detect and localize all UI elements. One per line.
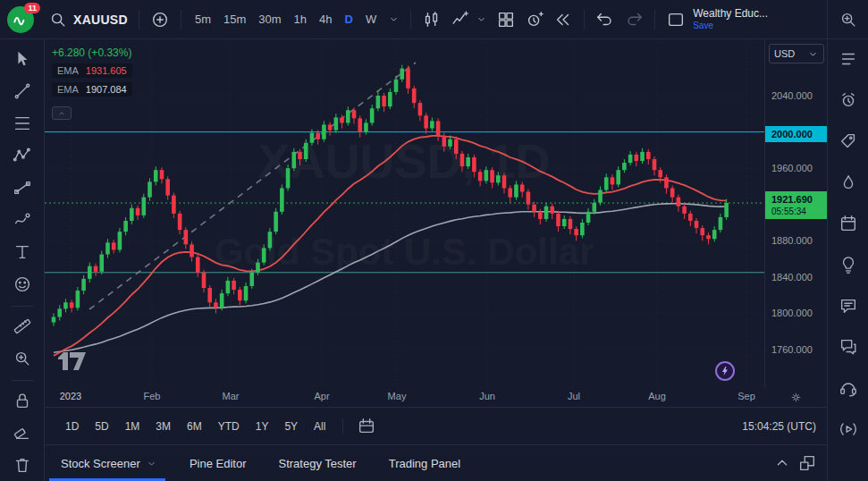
tool-forecast-button[interactable] bbox=[7, 173, 38, 204]
tool-text-button[interactable] bbox=[7, 238, 38, 268]
tool-cursor-button[interactable] bbox=[7, 45, 38, 75]
price-label-2000.000: 2000.000 bbox=[765, 126, 828, 142]
tool-fib-retracement-button[interactable] bbox=[7, 109, 38, 139]
sidebar-calendar-button[interactable] bbox=[833, 209, 864, 240]
panel-collapse-button[interactable] bbox=[770, 451, 795, 476]
sidebar-top bbox=[828, 0, 868, 39]
tool-pattern-button[interactable] bbox=[7, 141, 38, 172]
range-1m-button[interactable]: 1M bbox=[119, 418, 147, 435]
tool-ruler-button[interactable] bbox=[7, 312, 38, 342]
sidebar-streams-button[interactable] bbox=[833, 415, 864, 445]
chevron-up-icon bbox=[772, 453, 792, 473]
chart-area[interactable]: XAUUSD, 1DGold Spot U.S. Dollar +6.280 (… bbox=[45, 39, 764, 387]
time-label-mar: Mar bbox=[211, 391, 250, 401]
indicator-value: 1907.084 bbox=[86, 84, 127, 95]
date-range-bar: 1D5D1M3M6MYTD1Y5YAll 15:04:25 (UTC) bbox=[45, 407, 827, 444]
lock-icon bbox=[13, 391, 32, 413]
timeframe-5m[interactable]: 5m bbox=[189, 9, 217, 30]
compare-add-button[interactable] bbox=[147, 6, 173, 33]
legend-collapse-button[interactable] bbox=[52, 106, 72, 120]
redo-button[interactable] bbox=[620, 6, 647, 33]
support-icon bbox=[839, 378, 858, 401]
range-1y-button[interactable]: 1Y bbox=[249, 418, 275, 435]
indicator-legend-ema-fast[interactable]: EMA 1931.605 bbox=[52, 63, 132, 78]
emoji-icon bbox=[13, 274, 32, 297]
chart-legend: +6.280 (+0.33%) EMA 1931.605 EMA 1907.08… bbox=[52, 46, 132, 120]
tool-zoom-in-button[interactable] bbox=[7, 344, 38, 375]
sidebar-comments-button[interactable] bbox=[833, 333, 864, 363]
timeframe-d[interactable]: D bbox=[339, 9, 359, 30]
tool-trend-line-button[interactable] bbox=[7, 77, 38, 107]
quick-search-button[interactable] bbox=[833, 4, 864, 35]
clock[interactable]: 15:04:25 (UTC) bbox=[742, 420, 816, 433]
time-axis[interactable]: 2023FebMarAprMayJunJulAugSep bbox=[45, 387, 764, 407]
indicator-templates-button[interactable] bbox=[493, 6, 519, 33]
range-6m-button[interactable]: 6M bbox=[181, 418, 208, 435]
alerts-icon bbox=[839, 90, 858, 113]
price-chart-canvas[interactable]: XAUUSD, 1DGold Spot U.S. Dollar bbox=[45, 39, 764, 387]
undo-button[interactable] bbox=[592, 6, 619, 33]
tool-emoji-button[interactable] bbox=[7, 270, 38, 300]
save-button[interactable]: Save bbox=[693, 21, 768, 31]
timeframe-30m[interactable]: 30m bbox=[252, 9, 287, 30]
timeframe-menu-button[interactable] bbox=[384, 10, 403, 29]
tool-lock-button[interactable] bbox=[7, 386, 38, 417]
currency-select[interactable]: USD bbox=[769, 44, 824, 63]
time-axis-settings-button[interactable] bbox=[790, 392, 802, 403]
tab-label: Strategy Tester bbox=[278, 457, 356, 470]
user-avatar[interactable]: 11 bbox=[7, 6, 34, 33]
brush-icon bbox=[13, 210, 32, 232]
cursor-icon bbox=[13, 49, 32, 72]
chevron-down-icon bbox=[476, 13, 487, 25]
tab-pine-editor[interactable]: Pine Editor bbox=[190, 457, 247, 470]
right-sidebar bbox=[827, 0, 868, 481]
indicator-label: EMA bbox=[57, 84, 79, 95]
price-axis[interactable]: USD 2040.0002000.0001960.0001921.69005:5… bbox=[764, 39, 827, 387]
range-5d-button[interactable]: 5D bbox=[88, 418, 114, 435]
symbol-search-button[interactable]: XAUUSD bbox=[45, 6, 131, 33]
notification-badge: 11 bbox=[24, 3, 40, 14]
layout-box-icon bbox=[666, 10, 686, 30]
sidebar-hotlists-button[interactable] bbox=[833, 168, 864, 198]
tool-trash-button[interactable] bbox=[7, 451, 38, 481]
sidebar-watchlist-button[interactable] bbox=[833, 45, 864, 75]
time-label-apr: Apr bbox=[302, 391, 341, 401]
range-group: 1D5D1M3M6MYTD1Y5YAll bbox=[59, 418, 332, 435]
indicators-button[interactable] bbox=[447, 6, 491, 33]
sidebar-support-button[interactable] bbox=[833, 374, 864, 404]
chevron-down-icon bbox=[388, 13, 400, 25]
gear-icon bbox=[790, 392, 802, 403]
timeframe-4h[interactable]: 4h bbox=[313, 9, 338, 30]
bolt-icon bbox=[720, 366, 730, 376]
range-all-button[interactable]: All bbox=[308, 418, 332, 435]
range-ytd-button[interactable]: YTD bbox=[212, 418, 246, 435]
bottom-tabs: Stock ScreenerPine EditorStrategy Tester… bbox=[61, 457, 460, 470]
chart-style-button[interactable] bbox=[418, 6, 445, 33]
tool-brush-button[interactable] bbox=[7, 206, 38, 236]
range-1d-button[interactable]: 1D bbox=[59, 418, 85, 435]
create-alert-button[interactable] bbox=[521, 6, 548, 33]
sidebar-alerts-button[interactable] bbox=[833, 86, 864, 116]
chevron-up-icon bbox=[57, 109, 66, 118]
panel-maximize-button[interactable] bbox=[795, 451, 820, 476]
sidebar-tag-button[interactable] bbox=[833, 127, 864, 157]
sidebar-ideas-button[interactable] bbox=[833, 250, 864, 281]
tab-trading-panel[interactable]: Trading Panel bbox=[389, 457, 460, 470]
timeframe-1h[interactable]: 1h bbox=[288, 9, 313, 30]
timeframe-w[interactable]: W bbox=[359, 9, 383, 30]
layout-name[interactable]: Wealthy Educ... bbox=[693, 8, 768, 21]
tab-strategy-tester[interactable]: Strategy Tester bbox=[278, 457, 356, 470]
range-3m-button[interactable]: 3M bbox=[149, 418, 177, 435]
sidebar-chat-button[interactable] bbox=[833, 291, 864, 322]
indicator-legend-ema-slow[interactable]: EMA 1907.084 bbox=[52, 82, 132, 97]
tool-eraser-button[interactable] bbox=[7, 418, 38, 449]
flash-badge-icon[interactable] bbox=[715, 361, 735, 381]
time-label-feb: Feb bbox=[132, 391, 172, 401]
tab-stock-screener[interactable]: Stock Screener bbox=[61, 457, 157, 470]
replay-button[interactable] bbox=[550, 6, 577, 33]
go-to-date-button[interactable] bbox=[354, 414, 379, 439]
layout-manager-button[interactable] bbox=[662, 6, 689, 33]
fib-retracement-icon bbox=[13, 114, 32, 136]
range-5y-button[interactable]: 5Y bbox=[278, 418, 304, 435]
timeframe-15m[interactable]: 15m bbox=[217, 9, 252, 30]
